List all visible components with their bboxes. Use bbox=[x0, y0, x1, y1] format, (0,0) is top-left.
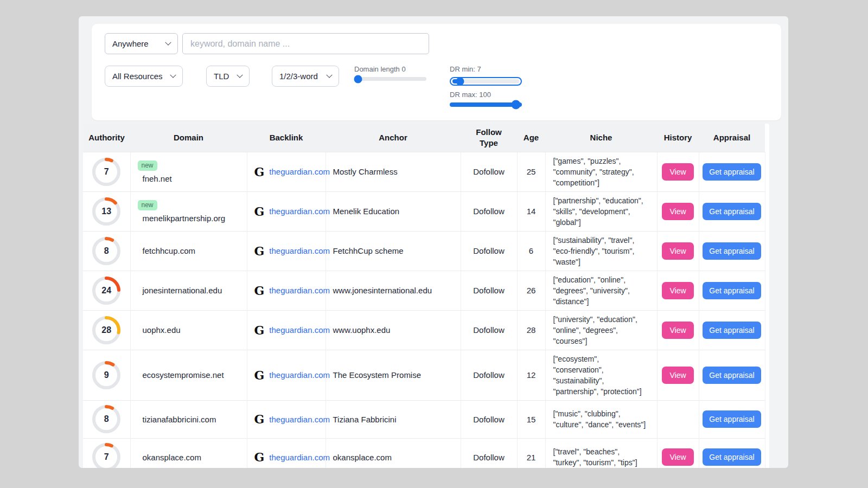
authority-gauge: 7 bbox=[91, 157, 122, 187]
authority-score: 9 bbox=[91, 360, 122, 390]
view-button[interactable]: View bbox=[662, 322, 693, 339]
guardian-logo-icon: G bbox=[254, 324, 265, 336]
guardian-logo-icon: G bbox=[254, 413, 265, 425]
dr-min-slider[interactable] bbox=[450, 77, 522, 86]
history-cell: View bbox=[657, 152, 699, 191]
view-button[interactable]: View bbox=[662, 203, 693, 220]
view-button[interactable]: View bbox=[662, 448, 693, 466]
age-cell: 12 bbox=[517, 350, 545, 400]
age-cell: 15 bbox=[517, 400, 545, 438]
history-cell: View bbox=[657, 438, 699, 468]
follow-type-cell: Dofollow bbox=[461, 191, 517, 231]
domain-length-slider-thumb[interactable] bbox=[354, 75, 362, 83]
backlink-link[interactable]: theguardian.com bbox=[269, 453, 330, 462]
get-appraisal-button[interactable]: Get appraisal bbox=[703, 322, 761, 339]
chevron-down-icon bbox=[237, 72, 242, 78]
resources-select[interactable]: All Resources bbox=[105, 66, 183, 87]
anchor-cell: Tiziana Fabbricini bbox=[326, 400, 461, 438]
authority-cell: 7 bbox=[83, 438, 130, 468]
dr-max-slider-thumb[interactable] bbox=[512, 100, 521, 110]
domain-name: okansplace.com bbox=[143, 453, 241, 462]
domain-length-label: Domain length 0 bbox=[354, 66, 426, 73]
niche-cell: ["travel", "beaches", "turkey", "tourism… bbox=[545, 438, 657, 468]
app-viewport: Anywhere All Resources TLD 1/2/3-word Do… bbox=[79, 16, 788, 468]
history-cell: View bbox=[657, 191, 699, 231]
table-header-row: AuthorityDomainBacklinkAnchorFollow Type… bbox=[83, 124, 765, 152]
backlink-link[interactable]: theguardian.com bbox=[269, 246, 330, 255]
authority-cell: 13 bbox=[83, 191, 130, 231]
authority-score: 7 bbox=[91, 157, 122, 187]
resources-select-value: All Resources bbox=[112, 72, 163, 81]
domain-length-group: Domain length 0 bbox=[354, 66, 426, 81]
get-appraisal-button[interactable]: Get appraisal bbox=[703, 282, 761, 299]
domain-length-slider[interactable] bbox=[354, 77, 426, 81]
guardian-logo-icon: G bbox=[254, 285, 265, 297]
authority-cell: 9 bbox=[83, 350, 130, 400]
backlink-link[interactable]: theguardian.com bbox=[269, 370, 330, 380]
domain-cell: new jonesinternational.edu bbox=[130, 271, 247, 310]
domain-cell: new ecosystempromise.net bbox=[130, 350, 247, 400]
get-appraisal-button[interactable]: Get appraisal bbox=[703, 203, 761, 220]
domain-name: ecosystempromise.net bbox=[143, 370, 241, 380]
niche-cell: ["music", "clubbing", "culture", "dance"… bbox=[545, 400, 657, 438]
authority-score: 13 bbox=[91, 196, 122, 227]
authority-score: 7 bbox=[91, 442, 122, 468]
get-appraisal-button[interactable]: Get appraisal bbox=[703, 242, 761, 260]
age-cell: 14 bbox=[517, 191, 545, 231]
column-header: Authority bbox=[83, 124, 130, 152]
get-appraisal-button[interactable]: Get appraisal bbox=[703, 448, 761, 466]
domain-cell: new okansplace.com bbox=[130, 438, 247, 468]
backlink-cell: G theguardian.com bbox=[247, 271, 326, 310]
table-row: 24 new jonesinternational.edu G theguard… bbox=[83, 271, 765, 310]
get-appraisal-button[interactable]: Get appraisal bbox=[703, 410, 761, 428]
scope-select[interactable]: Anywhere bbox=[105, 33, 178, 54]
guardian-logo-icon: G bbox=[254, 369, 265, 381]
get-appraisal-button[interactable]: Get appraisal bbox=[703, 367, 761, 384]
chevron-down-icon bbox=[170, 72, 176, 78]
authority-score: 8 bbox=[91, 404, 122, 434]
anchor-cell: www.jonesinternational.edu bbox=[326, 271, 461, 310]
get-appraisal-button[interactable]: Get appraisal bbox=[703, 163, 761, 181]
domain-name: uophx.edu bbox=[143, 325, 241, 335]
view-button[interactable]: View bbox=[662, 242, 693, 260]
filter-row-search: Anywhere bbox=[105, 33, 768, 54]
authority-score: 8 bbox=[91, 236, 122, 266]
appraisal-cell: Get appraisal bbox=[699, 310, 765, 350]
backlink-link[interactable]: theguardian.com bbox=[269, 415, 330, 424]
follow-type-cell: Dofollow bbox=[461, 152, 517, 191]
new-badge: new bbox=[138, 200, 157, 210]
appraisal-cell: Get appraisal bbox=[699, 191, 765, 231]
view-button[interactable]: View bbox=[662, 163, 693, 181]
follow-type-cell: Dofollow bbox=[461, 231, 517, 271]
table-row: 8 new tizianafabbricini.com G theguardia… bbox=[83, 400, 765, 438]
backlink-link[interactable]: theguardian.com bbox=[269, 167, 330, 176]
keyword-input[interactable] bbox=[182, 33, 429, 54]
authority-gauge: 24 bbox=[91, 275, 122, 306]
new-badge: new bbox=[138, 160, 157, 171]
authority-cell: 8 bbox=[83, 231, 130, 271]
view-button[interactable]: View bbox=[662, 282, 693, 299]
backlink-cell: G theguardian.com bbox=[247, 152, 326, 191]
authority-cell: 7 bbox=[83, 152, 130, 191]
tld-select[interactable]: TLD bbox=[206, 66, 250, 87]
column-header: Domain bbox=[130, 124, 247, 152]
backlink-cell: G theguardian.com bbox=[247, 231, 326, 271]
follow-type-cell: Dofollow bbox=[461, 438, 517, 468]
domain-name: fetchhcup.com bbox=[143, 246, 241, 255]
dr-max-slider[interactable] bbox=[450, 102, 522, 107]
column-header: Niche bbox=[545, 124, 657, 152]
backlink-cell: G theguardian.com bbox=[247, 191, 326, 231]
guardian-logo-icon: G bbox=[254, 166, 265, 178]
dr-min-slider-thumb[interactable] bbox=[456, 78, 464, 86]
backlink-link[interactable]: theguardian.com bbox=[269, 286, 330, 295]
domain-cell: new uophx.edu bbox=[130, 310, 247, 350]
table-row: 7 new fneh.net G theguardian.com Mostly … bbox=[83, 152, 765, 191]
view-button[interactable]: View bbox=[662, 367, 693, 384]
backlink-link[interactable]: theguardian.com bbox=[269, 207, 330, 216]
authority-gauge: 9 bbox=[91, 360, 122, 390]
backlink-link[interactable]: theguardian.com bbox=[269, 325, 330, 335]
backlink-cell: G theguardian.com bbox=[247, 400, 326, 438]
dr-min-slider-track[interactable] bbox=[452, 79, 519, 84]
domain-name: tizianafabbricini.com bbox=[143, 415, 241, 424]
word-count-select[interactable]: 1/2/3-word bbox=[272, 66, 339, 87]
